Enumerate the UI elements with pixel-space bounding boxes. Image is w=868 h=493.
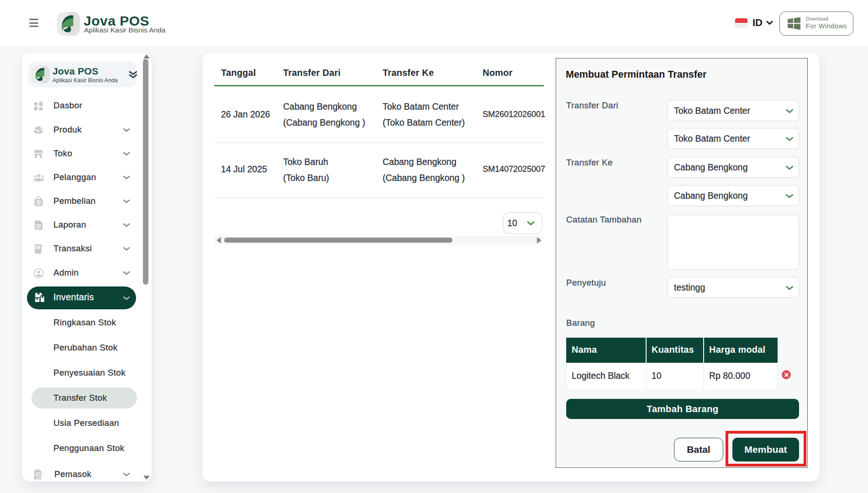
svg-text:$: $ bbox=[37, 200, 40, 205]
